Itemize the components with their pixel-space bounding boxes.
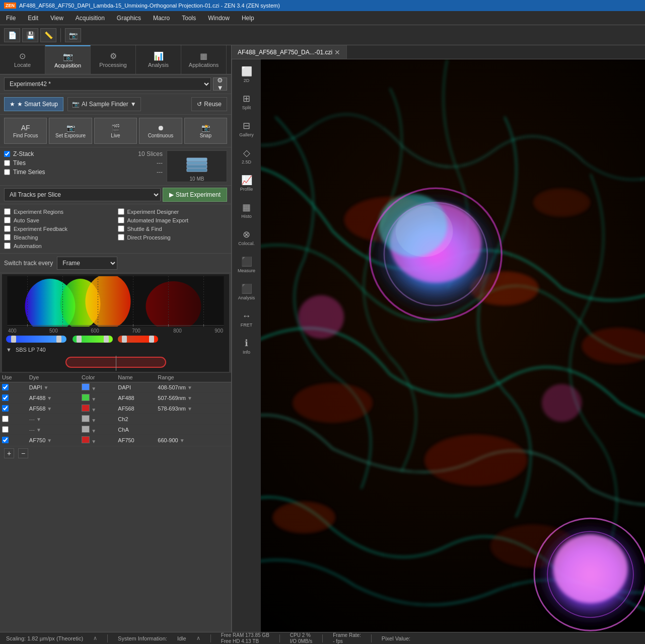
sidebar-item-colocal[interactable]: ⊗ Colocal. [234,224,260,251]
dapi-handle-left[interactable] [11,336,16,343]
ai-sample-finder-button[interactable]: 📷 AI Sample Finder ▼ [67,97,141,111]
af750-color-swatch[interactable] [82,436,90,443]
af568-color-swatch[interactable] [82,405,90,412]
af568-handle-right[interactable] [149,336,154,343]
row-dye-ch2: --- ▼ [27,414,80,425]
experiment-designer-checkbox[interactable] [118,208,124,215]
use-cha-checkbox[interactable] [2,426,9,433]
menu-graphics[interactable]: Graphics [115,14,143,23]
use-af568-checkbox[interactable] [2,405,9,412]
viewer-close-button[interactable]: ✕ [334,48,340,56]
auto-save-label: Auto Save [14,217,39,223]
menu-tools[interactable]: Tools [180,14,198,23]
menu-help[interactable]: Help [240,14,256,23]
sidebar-item-profile[interactable]: 📈 Profile [234,170,260,196]
toolbar-new[interactable]: 📄 [4,28,20,42]
expand-icon[interactable]: ∧ [93,635,97,641]
menu-file[interactable]: File [4,14,18,23]
tab-applications[interactable]: ▦ Applications [181,45,227,74]
system-expand-icon[interactable]: ∧ [196,635,200,641]
set-exposure-button[interactable]: 📷 Set Exposure [49,118,92,144]
col-dye: Dye [27,373,80,382]
menu-acquisition[interactable]: Acquisition [74,14,107,23]
menu-window[interactable]: Window [206,14,232,23]
bleaching-checkbox[interactable] [4,234,11,240]
af568-slider[interactable] [118,336,158,343]
zstack-checkbox[interactable] [4,151,10,157]
histo-label: Histo [241,214,252,219]
sidebar-item-2d[interactable]: ⬜ 2D [234,61,260,88]
dapi-color-swatch[interactable] [82,383,90,390]
start-experiment-button[interactable]: ▶ Start Experiment [163,188,227,202]
sidebar-item-gallery[interactable]: ⊟ Gallery [234,116,260,142]
sidebar-item-2-5d[interactable]: ◇ 2.5D [234,143,260,169]
toolbar-save[interactable]: 💾 [22,28,38,42]
use-af750-checkbox[interactable] [2,437,9,443]
tab-processing[interactable]: ⚙ Processing [91,45,136,74]
measure-icon: ⬛ [241,256,252,267]
experiment-select[interactable]: Experiment42 * [4,77,211,91]
menu-edit[interactable]: Edit [26,14,40,23]
use-dapi-checkbox[interactable] [2,384,9,390]
timeseries-value: --- [157,169,163,176]
af568-handle-left[interactable] [122,336,127,343]
dapi-handle-right[interactable] [56,336,61,343]
frame-select[interactable]: Frame Line Pixel [57,257,117,270]
tab-locate[interactable]: ⊙ Locate [0,45,45,74]
tab-acquisition[interactable]: 📷 Acquisition [45,45,91,74]
dapi-slider[interactable] [6,336,66,343]
experiment-settings-button[interactable]: ⚙ ▼ [213,77,227,91]
lp-dropdown-icon[interactable]: ▼ [6,347,12,353]
tracks-per-slice-select[interactable]: All Tracks per Slice Single Track per Sl… [4,188,161,201]
menu-macro[interactable]: Macro [151,14,172,23]
snap-button[interactable]: 📸 Snap [184,118,227,144]
title-bar: ZEN AF488_AF568_AF750_DAPI_Lambda-15_Unm… [0,0,645,11]
af-find-focus-button[interactable]: AF Find Focus [4,118,47,144]
reuse-button[interactable]: ↺ Reuse [191,97,227,111]
histo-icon: ▦ [242,202,251,213]
af488-slider[interactable] [73,336,113,343]
timeseries-checkbox[interactable] [4,169,10,175]
viewer-tab-main[interactable]: AF488_AF568_AF750_DA...-01.czi ✕ [232,45,347,59]
cpu-io-info: CPU 2 % I/O 0MB/s [290,632,312,644]
toolbar-camera[interactable]: 📷 [65,28,81,42]
auto-save-checkbox[interactable] [4,217,11,223]
menu-view[interactable]: View [48,14,65,23]
sidebar-item-fret[interactable]: ↔ FRET [234,306,260,332]
ch2-color-swatch[interactable] [82,415,90,422]
sidebar-item-analysis[interactable]: ⬛ Analysis [234,279,260,305]
remove-row-button[interactable]: − [18,448,28,458]
af488-color-swatch[interactable] [82,394,90,401]
use-ch2-checkbox[interactable] [2,416,9,422]
af488-handle-left[interactable] [77,336,82,343]
direct-processing-checkbox[interactable] [118,234,124,240]
sidebar-item-info[interactable]: ℹ Info [234,333,260,359]
toolbar-ruler[interactable]: 📏 [40,28,56,42]
af488-handle-right[interactable] [104,336,109,343]
svg-rect-1 [187,165,207,168]
analysis-icon: 📊 [154,51,164,61]
live-button[interactable]: 🎬 Live [94,118,137,144]
ram-hd-info: Free RAM 173.85 GB Free HD 4.13 TB [221,632,269,644]
automation-checkbox[interactable] [4,243,11,249]
continuous-button[interactable]: ⏺ Continuous [139,118,182,144]
experiment-regions-checkbox[interactable] [4,208,11,215]
sidebar-item-split[interactable]: ⊞ Split [234,89,260,115]
use-af488-checkbox[interactable] [2,394,9,401]
add-row-button[interactable]: + [4,448,14,458]
setup-row: ★ ★ Smart Setup 📷 AI Sample Finder ▼ ↺ R… [0,94,231,115]
sidebar-item-measure[interactable]: ⬛ Measure [234,252,260,278]
sidebar-item-histo[interactable]: ▦ Histo [234,197,260,223]
frame-rate-label: Frame Rate: [333,632,361,638]
tiles-checkbox[interactable] [4,160,10,166]
tab-analysis[interactable]: 📊 Analysis [136,45,181,74]
cha-color-swatch[interactable] [82,426,90,433]
image-svg [261,59,645,632]
automated-image-export-checkbox[interactable] [118,217,124,223]
analysis-side-label: Analysis [238,295,255,300]
experiment-feedback-checkbox[interactable] [4,225,11,232]
table-row: DAPI ▼ ▼ DAPI 408-507nm ▼ [0,382,231,393]
lp-ellipse-slider[interactable] [65,357,166,368]
shuttle-find-checkbox[interactable] [118,225,124,232]
smart-setup-button[interactable]: ★ ★ Smart Setup [4,97,63,111]
